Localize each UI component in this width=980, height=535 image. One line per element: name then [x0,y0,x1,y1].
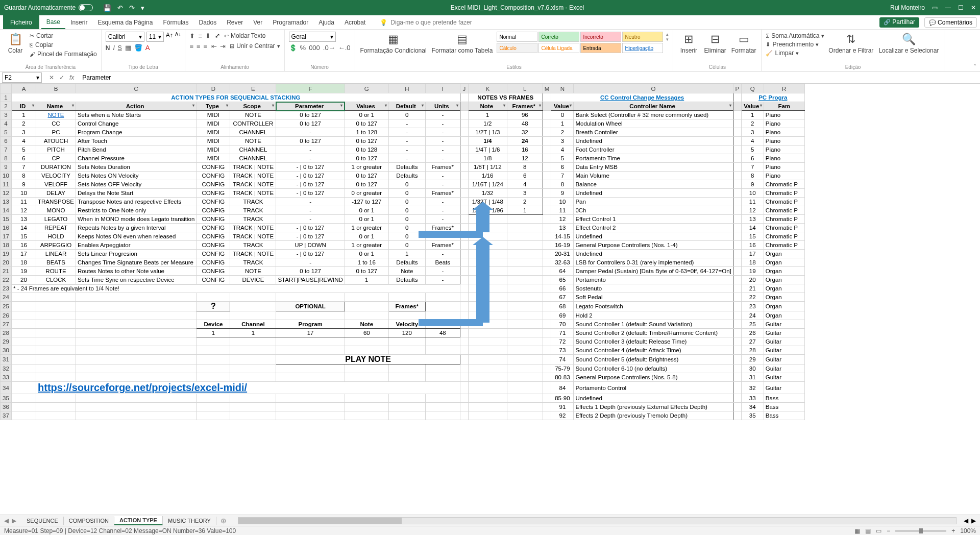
cell[interactable] [543,394,551,403]
cell[interactable] [543,411,551,420]
cell[interactable] [276,293,345,302]
cell[interactable] [507,224,543,232]
cell[interactable]: Program Change [76,128,196,137]
cell[interactable] [12,394,36,403]
confirm-formula-icon[interactable]: ✓ [59,74,64,81]
cell[interactable]: - [425,198,460,206]
cell[interactable]: Control Change [76,119,196,128]
cell[interactable] [507,382,543,394]
cell[interactable] [230,337,276,346]
cell[interactable] [460,180,468,189]
cell[interactable] [733,206,741,215]
cell[interactable] [460,111,468,119]
cell[interactable] [276,394,345,403]
cell[interactable] [460,267,468,276]
font-color-icon[interactable]: A [145,44,150,52]
cell[interactable]: TRACK [230,206,276,215]
cell[interactable] [345,364,388,373]
cell[interactable] [468,382,507,394]
cell[interactable]: Pitch Bend [76,145,196,154]
cell[interactable]: 7 [12,163,36,172]
underline-icon[interactable]: S [118,44,122,52]
number-format-select[interactable]: Geral▾ [289,32,336,42]
sheet-tab-action-type[interactable]: ACTION TYPE [114,516,163,525]
sheet-nav-next-icon[interactable]: ▶ [12,517,16,524]
cell[interactable]: 0 to 127 [276,137,345,145]
delete-cells-button[interactable]: ⊟Eliminar [703,32,727,55]
cell[interactable] [507,232,543,241]
cell[interactable] [460,373,468,382]
cell[interactable]: - [425,276,460,284]
cell[interactable]: ATOUCH [36,137,76,145]
redo-icon[interactable]: ↷ [129,4,135,12]
cell[interactable] [733,154,741,163]
cell[interactable] [733,198,741,206]
row-header[interactable]: 8 [1,154,12,163]
share-button[interactable]: 🔗 Partilhar [879,17,919,28]
cell[interactable] [543,119,551,128]
row-header[interactable]: 3 [1,111,12,119]
cell[interactable] [468,355,507,364]
cell[interactable] [36,320,76,329]
align-center-icon[interactable]: ≡ [197,42,201,50]
font-name-input[interactable]: Calibri▾ [106,32,144,42]
cell[interactable] [543,224,551,232]
cell[interactable] [543,163,551,172]
cell[interactable] [733,232,741,241]
cell[interactable] [276,403,345,411]
cut-button[interactable]: ✂ Cortar [30,32,97,40]
cell[interactable] [543,206,551,215]
cell[interactable] [345,411,388,420]
cell[interactable]: 0 or 1 [345,111,388,119]
cell[interactable]: Beats [425,258,460,267]
cell[interactable] [543,180,551,189]
currency-icon[interactable]: 💲 [289,44,297,52]
cell[interactable] [507,241,543,250]
comments-button[interactable]: 💬 Comentários [924,17,977,28]
align-bottom-icon[interactable]: ⬇ [205,32,211,40]
cell[interactable]: NOTE [230,267,276,276]
row-header[interactable]: 20 [1,258,12,267]
cell[interactable] [276,337,345,346]
zoom-thumb[interactable] [919,528,923,533]
cell[interactable] [36,364,76,373]
cell[interactable] [543,250,551,258]
style-neutral[interactable]: Neutro [622,32,663,42]
wrap-text-button[interactable]: ↩ Moldar Texto [224,32,265,40]
cell[interactable] [733,394,741,403]
cell[interactable]: 5 [12,145,36,154]
style-normal[interactable]: Normal [497,32,537,42]
cell[interactable]: Sets Time Sync on respective Device [76,276,196,284]
cell[interactable]: 48 [425,329,460,337]
cell[interactable] [460,137,468,145]
row-header[interactable]: 1 [1,93,12,102]
sheet-tab-composition[interactable]: COMPOSITION [64,517,114,525]
spreadsheet-grid[interactable]: ABCDEFGHIJKLMNOPQR 1ACTION TYPES FOR SEQ… [0,84,980,515]
cell[interactable] [543,364,551,373]
ribbon-options-icon[interactable]: ▭ [932,4,938,11]
cell[interactable] [733,320,741,329]
cell[interactable] [507,276,543,284]
row-header[interactable]: 34 [1,382,12,394]
cell[interactable]: - [425,154,460,163]
find-select-button[interactable]: 🔍Localizar e Selecionar [877,32,940,55]
cell[interactable] [425,337,460,346]
cell[interactable] [468,403,507,411]
cell[interactable] [460,364,468,373]
cell[interactable] [197,373,230,382]
cell[interactable] [468,394,507,403]
orientation-icon[interactable]: ⤢ [215,32,220,39]
row-header[interactable]: 23 [1,284,12,293]
cell[interactable]: Note [388,267,425,276]
cell[interactable] [543,355,551,364]
add-sheet-button[interactable]: ⊕ [216,517,231,525]
cell[interactable]: NOTE [230,137,276,145]
insert-cells-button[interactable]: ⊞Inserir [677,32,700,55]
cell[interactable] [425,364,460,373]
cell[interactable] [76,411,196,420]
cell[interactable]: 3 [12,128,36,137]
cell[interactable]: 0 to 128 [345,145,388,154]
user-name[interactable]: Rui Monteiro [890,4,925,11]
cell[interactable] [507,267,543,276]
cell[interactable] [460,206,468,215]
